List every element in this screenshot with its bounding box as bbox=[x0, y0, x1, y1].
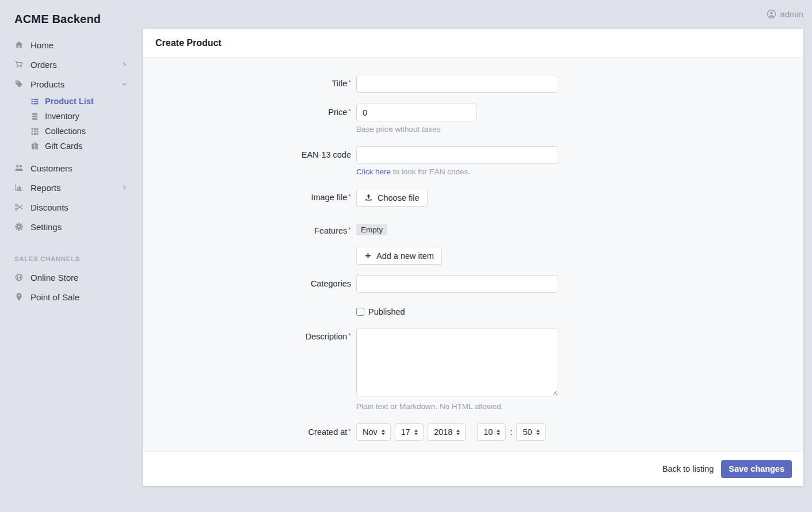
page-title: Create Product bbox=[155, 38, 222, 48]
description-help-text: Plain text or Markdown. No HTML allowed. bbox=[356, 402, 558, 411]
description-label: Description* bbox=[143, 328, 351, 341]
upload-icon bbox=[364, 193, 373, 202]
sidebar-item-label: Home bbox=[31, 40, 54, 50]
price-label: Price* bbox=[143, 104, 351, 117]
ean-label: EAN-13 code bbox=[143, 146, 351, 159]
sidebar-item-gift-cards[interactable]: Gift Cards bbox=[0, 139, 143, 154]
chevron-down-icon bbox=[120, 80, 128, 88]
grid-icon bbox=[31, 127, 39, 136]
sidebar-item-products[interactable]: Products bbox=[0, 74, 143, 94]
price-row: Price* Base price without taxes bbox=[143, 104, 792, 133]
sidebar-item-label: Products bbox=[31, 79, 64, 89]
sidebar-item-label: Orders bbox=[31, 60, 57, 70]
day-select[interactable]: 17 bbox=[395, 423, 424, 441]
globe-icon bbox=[14, 273, 24, 282]
add-new-item-button[interactable]: Add a new item bbox=[356, 247, 442, 265]
published-label[interactable]: Published bbox=[368, 307, 405, 316]
sidebar-item-inventory[interactable]: Inventory bbox=[0, 109, 143, 124]
sales-channels-header: SALES CHANNELS bbox=[0, 250, 143, 268]
required-asterisk: * bbox=[348, 226, 351, 234]
sidebar-item-label: Product List bbox=[45, 97, 94, 106]
title-input[interactable] bbox=[356, 75, 558, 93]
image-file-row: Image file* Choose file bbox=[143, 189, 792, 207]
sidebar-item-collections[interactable]: Collections bbox=[0, 124, 143, 139]
chevron-right-icon bbox=[120, 184, 128, 192]
sidebar: ACME Backend Home Orders Products bbox=[0, 0, 143, 307]
ean-lookup-link[interactable]: Click here bbox=[356, 167, 391, 176]
created-at-label: Created at* bbox=[143, 423, 351, 437]
categories-input[interactable] bbox=[356, 275, 558, 293]
create-product-form: Title* Price* Base price without taxes E… bbox=[143, 58, 803, 451]
select-arrows-icon bbox=[496, 429, 501, 435]
users-icon bbox=[14, 163, 24, 173]
sidebar-item-label: Customers bbox=[31, 163, 73, 173]
published-checkbox[interactable] bbox=[356, 308, 364, 316]
list-icon bbox=[31, 97, 39, 106]
user-name: admin bbox=[780, 9, 803, 19]
sidebar-nav: Home Orders Products bbox=[0, 35, 143, 307]
image-file-label: Image file* bbox=[143, 189, 351, 202]
sidebar-item-label: Settings bbox=[31, 222, 62, 232]
products-subnav: Product List Inventory Collections Gift … bbox=[0, 94, 143, 154]
time-separator: : bbox=[510, 427, 512, 437]
plus-icon bbox=[364, 252, 372, 259]
categories-row: Categories bbox=[143, 275, 792, 293]
ean-input[interactable] bbox=[356, 146, 558, 164]
select-arrows-icon bbox=[456, 429, 460, 435]
hour-select[interactable]: 10 bbox=[477, 423, 506, 441]
gift-icon bbox=[31, 142, 39, 151]
sidebar-item-label: Online Store bbox=[31, 273, 78, 282]
chevron-right-icon bbox=[120, 60, 128, 68]
required-asterisk: * bbox=[348, 427, 351, 435]
sidebar-item-customers[interactable]: Customers bbox=[0, 158, 143, 178]
sidebar-item-label: Reports bbox=[31, 183, 61, 193]
create-product-card: Create Product Title* Price* Base price … bbox=[143, 29, 803, 486]
save-changes-button[interactable]: Save changes bbox=[721, 460, 792, 478]
price-input[interactable] bbox=[356, 104, 476, 121]
select-arrows-icon bbox=[381, 429, 386, 435]
select-arrows-icon bbox=[536, 429, 540, 435]
sidebar-item-home[interactable]: Home bbox=[0, 35, 143, 55]
year-select[interactable]: 2018 bbox=[428, 423, 466, 441]
home-icon bbox=[14, 40, 24, 49]
sidebar-item-label: Point of Sale bbox=[31, 292, 79, 302]
map-pin-icon bbox=[14, 292, 24, 301]
stack-icon bbox=[31, 112, 39, 121]
user-avatar-icon bbox=[767, 9, 776, 19]
gear-icon bbox=[14, 222, 24, 231]
sidebar-item-point-of-sale[interactable]: Point of Sale bbox=[0, 287, 143, 307]
bar-chart-icon bbox=[14, 183, 24, 192]
features-empty-badge: Empty bbox=[356, 224, 387, 235]
title-label: Title* bbox=[143, 75, 351, 88]
published-row: Published bbox=[143, 306, 792, 316]
features-label: Features* bbox=[143, 222, 351, 235]
user-menu[interactable]: admin bbox=[767, 9, 803, 19]
card-footer: Back to listing Save changes bbox=[143, 451, 803, 486]
card-header: Create Product bbox=[143, 29, 803, 58]
features-row: Features* Empty Add a new item bbox=[143, 222, 792, 265]
created-at-row: Created at* Nov 17 2018 bbox=[143, 423, 792, 441]
ean-help-text: Click here to look for EAN codes. bbox=[356, 167, 558, 176]
sidebar-item-orders[interactable]: Orders bbox=[0, 55, 143, 74]
sidebar-item-product-list[interactable]: Product List bbox=[0, 94, 143, 109]
sidebar-item-label: Discounts bbox=[31, 202, 68, 212]
sidebar-item-label: Inventory bbox=[45, 112, 79, 121]
brand-title: ACME Backend bbox=[0, 8, 143, 35]
required-asterisk: * bbox=[348, 108, 351, 116]
sidebar-item-settings[interactable]: Settings bbox=[0, 217, 143, 236]
sidebar-item-discounts[interactable]: Discounts bbox=[0, 197, 143, 217]
required-asterisk: * bbox=[348, 193, 351, 201]
tag-icon bbox=[14, 79, 24, 89]
published-spacer bbox=[143, 306, 351, 310]
sidebar-item-reports[interactable]: Reports bbox=[0, 178, 143, 197]
sidebar-item-online-store[interactable]: Online Store bbox=[0, 268, 143, 287]
sidebar-item-label: Collections bbox=[45, 127, 86, 136]
minute-select[interactable]: 50 bbox=[516, 423, 545, 441]
choose-file-button[interactable]: Choose file bbox=[356, 189, 428, 207]
description-textarea[interactable] bbox=[356, 328, 558, 396]
categories-label: Categories bbox=[143, 275, 351, 288]
cart-icon bbox=[14, 60, 24, 69]
title-row: Title* bbox=[143, 75, 792, 93]
back-to-listing-link[interactable]: Back to listing bbox=[662, 464, 714, 473]
month-select[interactable]: Nov bbox=[356, 423, 391, 441]
